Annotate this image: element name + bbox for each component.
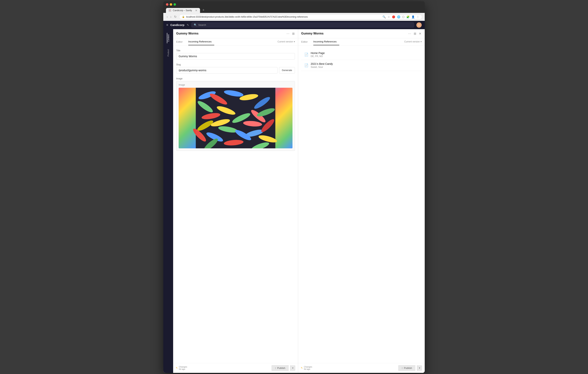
title-label: Title — [176, 49, 295, 52]
version-selector-right[interactable]: Current version ▾ — [404, 40, 422, 43]
hamburger-icon[interactable]: ≡ — [166, 23, 168, 27]
ref-title-1: 2021's Best Candy — [311, 62, 333, 65]
left-panel-split-icon[interactable]: ⊞ — [292, 32, 295, 36]
edit-icon[interactable]: ✎ — [187, 23, 189, 27]
right-panel-tabs: Editor Incoming References Current versi… — [298, 38, 425, 45]
search-icon[interactable]: 🔍 — [382, 15, 386, 18]
chevron-down-icon-right: ▾ — [420, 40, 422, 43]
tab-incoming-refs-left[interactable]: Incoming References — [188, 38, 214, 45]
sidebar-item-content[interactable]: Content — [163, 31, 173, 46]
address-bar: ‹ › ↻ 🔒 localhost:3333/desk/product-prod… — [163, 13, 425, 21]
publish-icon-right: ↑ — [402, 367, 403, 369]
reference-item-0[interactable]: 📄 Home Page DE, FR, NO — [301, 49, 422, 60]
slug-input[interactable] — [176, 67, 278, 74]
menu-icon[interactable]: ⋮ — [417, 15, 419, 18]
browser-chrome: 🍬 Candicorp – Sanity ✕ + — [163, 1, 425, 13]
left-panel: Gummy Worms ⋯ ⊞ Editor Incoming Referenc… — [173, 29, 298, 373]
close-button[interactable] — [166, 3, 168, 6]
generate-button[interactable]: Generate — [279, 67, 295, 74]
gummy-image-svg — [179, 88, 293, 148]
lock-icon: 🔒 — [182, 16, 185, 18]
image-label: Image — [176, 77, 295, 80]
tab-incoming-refs-right[interactable]: Incoming References — [313, 38, 339, 45]
image-container: Image — [176, 81, 295, 151]
forward-button[interactable]: › — [169, 15, 172, 19]
changes-label-right: Changes — [304, 366, 312, 368]
traffic-lights — [166, 3, 422, 6]
browser-window: 🍬 Candicorp – Sanity ✕ + ‹ › ↻ 🔒 localho… — [163, 1, 425, 373]
tab-favicon: 🍬 — [168, 9, 171, 12]
right-panel-footer: ✎ Changes 5d ago ↑ Publish ▾ — [298, 363, 425, 373]
active-tab[interactable]: 🍬 Candicorp – Sanity ✕ — [166, 8, 200, 13]
main-area: Content Product Gummy Worms ⋯ ⊞ Editor — [163, 29, 425, 373]
back-button[interactable]: ‹ — [166, 15, 168, 19]
extension-icon-1[interactable]: 🔴 — [392, 15, 395, 18]
extension-icon-2[interactable]: 🌐 — [397, 15, 400, 18]
left-panel-more-icon[interactable]: ⋯ — [286, 32, 290, 36]
publish-icon-left: ↑ — [275, 367, 276, 369]
extension-icon-3[interactable]: ⬡ — [402, 15, 404, 18]
content-label: Content — [167, 33, 169, 43]
nav-buttons: ‹ › ↻ — [166, 15, 177, 19]
new-tab-button[interactable]: + — [201, 8, 206, 13]
changes-icon-right: ✎ — [301, 367, 303, 369]
chevron-down-icon: ▾ — [294, 40, 295, 43]
doc-icon-0: 📄 — [304, 53, 308, 57]
slug-row: Generate — [176, 67, 295, 74]
changes-info-right: ✎ Changes 5d ago — [301, 366, 312, 370]
right-panel-more-icon[interactable]: ⋯ — [408, 32, 411, 36]
changes-info-left: ✎ Changes 5d ago — [176, 366, 187, 370]
left-panel-title: Gummy Worms — [176, 32, 284, 35]
bookmark-icon[interactable]: ☆ — [388, 15, 390, 18]
url-text: localhost:3333/desk/product-products;3de… — [186, 16, 308, 18]
search-bar[interactable]: 🔍 Search — [191, 22, 414, 27]
right-panel-title: Gummy Worms — [301, 32, 406, 35]
extensions-icon[interactable]: 🧩 — [406, 15, 410, 18]
right-panel: Gummy Worms ⋯ ⊞ ✕ Editor Incoming Refere… — [298, 29, 425, 373]
product-label: Product — [167, 48, 169, 58]
app-toolbar: ≡ Candicorp ✎ 🔍 Search C — [163, 21, 425, 29]
refresh-button[interactable]: ↻ — [173, 15, 177, 19]
doc-icon-1: 📄 — [304, 63, 308, 67]
svg-rect-25 — [196, 88, 275, 148]
tab-editor-left[interactable]: Editor — [176, 38, 185, 45]
minimize-button[interactable] — [170, 3, 172, 6]
publish-button-right[interactable]: ↑ Publish — [398, 365, 415, 371]
maximize-button[interactable] — [174, 3, 176, 6]
left-panel-tabs: Editor Incoming References Current versi… — [173, 38, 298, 45]
publish-button-left[interactable]: ↑ Publish — [272, 365, 289, 371]
publish-dropdown-left[interactable]: ▾ — [290, 365, 295, 371]
changes-icon-left: ✎ — [176, 367, 178, 369]
search-placeholder: Search — [198, 23, 206, 26]
slug-label: Slug — [176, 63, 295, 66]
ref-subtitle-0: DE, FR, NO — [311, 55, 325, 58]
title-field: Title — [176, 49, 295, 60]
sidebar-item-product[interactable]: Product — [163, 45, 173, 60]
left-sidebar: Content Product — [163, 29, 173, 373]
changes-age-left: 5d ago — [179, 368, 187, 370]
left-panel-footer: ✎ Changes 5d ago ↑ Publish ▾ — [173, 363, 298, 373]
app-logo: Candicorp — [170, 23, 184, 27]
ref-subtitle-1: Sweet, Sour — [311, 66, 333, 68]
tab-bar: 🍬 Candicorp – Sanity ✕ + — [166, 8, 422, 13]
left-panel-header: Gummy Worms ⋯ ⊞ — [173, 29, 298, 38]
tab-editor-right[interactable]: Editor — [301, 38, 310, 45]
user-avatar[interactable]: C — [416, 22, 422, 28]
version-selector-left[interactable]: Current version ▾ — [278, 40, 295, 43]
reference-item-1[interactable]: 📄 2021's Best Candy Sweet, Sour — [301, 60, 422, 71]
url-actions: 🔍 ☆ 🔴 🌐 ⬡ 🧩 👤 ⋮ — [382, 15, 419, 18]
search-icon: 🔍 — [194, 23, 197, 26]
title-input[interactable] — [176, 53, 295, 60]
right-panel-header: Gummy Worms ⋯ ⊞ ✕ — [298, 29, 425, 38]
ref-title-0: Home Page — [311, 52, 325, 54]
changes-age-right: 5d ago — [304, 368, 312, 370]
tab-close-button[interactable]: ✕ — [195, 9, 197, 12]
right-panel-body: 📄 Home Page DE, FR, NO 📄 2021's Best Can… — [298, 45, 425, 363]
publish-dropdown-right[interactable]: ▾ — [417, 365, 422, 371]
app-content: ≡ Candicorp ✎ 🔍 Search C Content Product — [163, 21, 425, 373]
profile-avatar[interactable]: 👤 — [411, 15, 415, 18]
right-panel-close-icon[interactable]: ✕ — [419, 32, 422, 36]
url-bar[interactable]: 🔒 localhost:3333/desk/product-products;3… — [179, 14, 422, 19]
gummy-worms-image[interactable] — [179, 88, 293, 148]
right-panel-split-icon[interactable]: ⊞ — [413, 32, 417, 36]
